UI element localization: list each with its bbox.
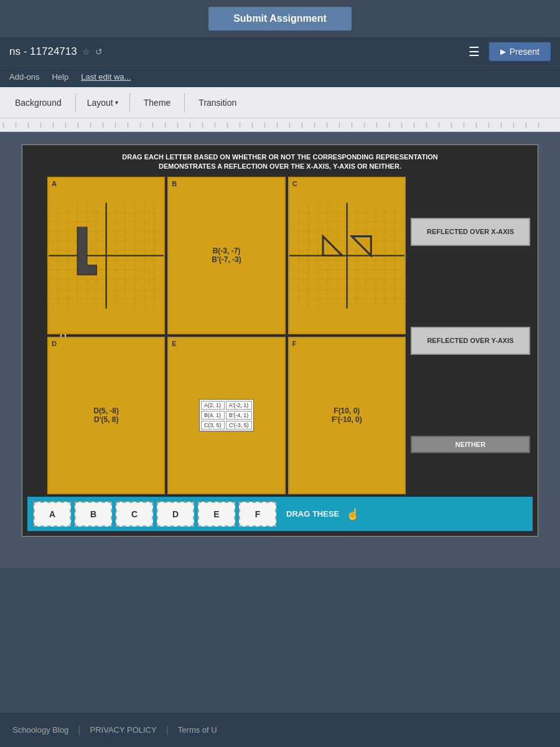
footer-privacy-link[interactable]: PRIVACY POLICY — [90, 725, 157, 735]
main-content: DRAG EACH LETTER BASED ON WHETHER OR NOT… — [0, 132, 560, 568]
ruler-mark — [103, 123, 115, 128]
star-icon[interactable]: ☆ — [82, 47, 90, 57]
ruler-mark — [464, 123, 476, 128]
drag-tile-f[interactable]: F — [239, 502, 276, 527]
title-line1: DRAG EACH LETTER BASED ON WHETHER OR NOT… — [35, 153, 525, 162]
f-coords: F(10, 0) — [332, 406, 362, 415]
slide-inner: DRAG EACH LETTER BASED ON WHETHER OR NOT… — [22, 145, 538, 536]
table-row: B(4, 1) B'(-4, 1) — [201, 411, 252, 420]
cell-b[interactable]: B B(-3, -7) B'(-7, -3) — [167, 177, 285, 334]
footer: Schoology Blog | PRIVACY POLICY | Terms … — [0, 713, 560, 747]
drag-tile-a[interactable]: A — [34, 502, 71, 527]
title-line2: DEMONSTRATES A REFLECTION OVER THE X-AXI… — [35, 162, 525, 171]
ruler-mark — [252, 123, 264, 128]
cell-f-content: F(10, 0) F'(-10, 0) — [332, 406, 362, 424]
title-text: ns - 11724713 — [9, 45, 77, 58]
neither-answer[interactable]: NEITHER — [411, 436, 530, 453]
ruler-mark — [476, 123, 488, 128]
cell-value: B(4, 1) — [201, 411, 225, 420]
ruler-mark — [177, 123, 190, 128]
addons-menu[interactable]: Add-ons — [9, 72, 39, 82]
cell-d-label: D — [52, 340, 57, 347]
ruler-mark — [78, 123, 90, 128]
x-axis-answer[interactable]: REFLECTED OVER X-AXIS — [411, 218, 530, 246]
ruler-mark — [165, 123, 177, 128]
background-label: Background — [15, 98, 62, 108]
ruler-mark — [264, 123, 277, 128]
cell-b-content: B(-3, -7) B'(-7, -3) — [212, 247, 241, 264]
drag-row: A B C D E F DRAG THESE ☝ — [27, 497, 533, 531]
drag-tile-b[interactable]: B — [75, 502, 112, 527]
ruler-mark — [327, 123, 339, 128]
cell-d[interactable]: D D(5, -8) D'(5, 8) — [47, 337, 165, 494]
y-axis-answer[interactable]: REFLECTED OVER Y-AXIS — [411, 327, 530, 355]
chevron-down-icon: ▾ — [115, 99, 118, 106]
ruler-mark — [364, 123, 376, 128]
ruler-mark — [28, 123, 40, 128]
cell-value: A(2, 1) — [201, 401, 225, 410]
layout-label: Layout — [87, 98, 113, 108]
toolbar: Background Layout ▾ Theme Transition — [0, 87, 560, 118]
ruler-mark — [302, 123, 314, 128]
transition-button[interactable]: Transition — [190, 95, 245, 111]
footer-blog-link[interactable]: Schoology Blog — [12, 725, 68, 735]
f-prime: F'(-10, 0) — [332, 415, 362, 424]
cell-c[interactable]: C — [288, 177, 406, 334]
drag-tile-e[interactable]: E — [198, 502, 235, 527]
footer-separator-2: | — [166, 725, 169, 736]
cell-e[interactable]: E A(2, 1) A'(-2, 1) B(4, 1) B'(-4, 1) — [167, 337, 285, 494]
ruler-mark — [289, 123, 302, 128]
present-button[interactable]: ▶ Present — [489, 42, 551, 61]
cell-a[interactable]: A — [47, 177, 165, 334]
d-prime: D'(5, 8) — [93, 415, 119, 424]
cell-a-label: A — [52, 180, 57, 187]
drag-hand-icon: ☝ — [346, 507, 360, 521]
footer-terms-link[interactable]: Terms of U — [178, 725, 217, 735]
ruler-mark — [451, 123, 464, 128]
ruler-mark — [215, 123, 227, 128]
ruler-mark — [140, 123, 152, 128]
cell-value: C(3, 5) — [201, 421, 225, 430]
ruler-mark — [190, 123, 202, 128]
present-label: Present — [510, 47, 539, 57]
ruler-mark — [501, 123, 513, 128]
slide-title: DRAG EACH LETTER BASED ON WHETHER OR NOT… — [22, 145, 538, 177]
ruler-marks — [3, 123, 557, 128]
drag-tile-d[interactable]: D — [157, 502, 194, 527]
ruler-mark — [227, 123, 240, 128]
separator-3 — [184, 93, 185, 112]
theme-button[interactable]: Theme — [135, 95, 180, 111]
comment-icon[interactable]: ☰ — [469, 44, 480, 59]
drag-label: DRAG THESE — [286, 509, 339, 519]
slide: DRAG EACH LETTER BASED ON WHETHER OR NOT… — [22, 144, 538, 537]
layout-button[interactable]: Layout ▾ — [81, 95, 124, 111]
background-button[interactable]: Background — [6, 95, 70, 111]
history-icon[interactable]: ↺ — [95, 47, 103, 57]
cell-b-label: B — [172, 180, 177, 187]
submit-button[interactable]: Submit Assignment — [208, 7, 352, 31]
help-menu[interactable]: Help — [52, 72, 68, 82]
ruler-mark — [128, 123, 140, 128]
cell-value: A'(-2, 1) — [226, 401, 252, 410]
theme-label: Theme — [144, 98, 171, 108]
ruler-mark — [240, 123, 252, 128]
ruler-mark — [115, 123, 128, 128]
ruler-mark — [277, 123, 289, 128]
b-coords: B(-3, -7) — [212, 247, 241, 255]
ruler-mark — [426, 123, 439, 128]
ruler-mark — [314, 123, 327, 128]
ruler-mark — [53, 123, 65, 128]
ruler-mark — [513, 123, 526, 128]
ruler-mark — [376, 123, 389, 128]
separator-2 — [129, 93, 130, 112]
ruler-mark — [488, 123, 501, 128]
ruler-mark — [152, 123, 165, 128]
cell-a-graph — [49, 178, 164, 333]
footer-separator-1: | — [78, 725, 80, 736]
ruler-mark — [439, 123, 451, 128]
drag-tile-c[interactable]: C — [116, 502, 153, 527]
cell-e-label: E — [172, 340, 176, 347]
right-panel: REFLECTED OVER X-AXIS REFLECTED OVER Y-A… — [408, 177, 533, 494]
cell-f-label: F — [292, 340, 297, 347]
cell-f[interactable]: F F(10, 0) F'(-10, 0) — [288, 337, 406, 494]
